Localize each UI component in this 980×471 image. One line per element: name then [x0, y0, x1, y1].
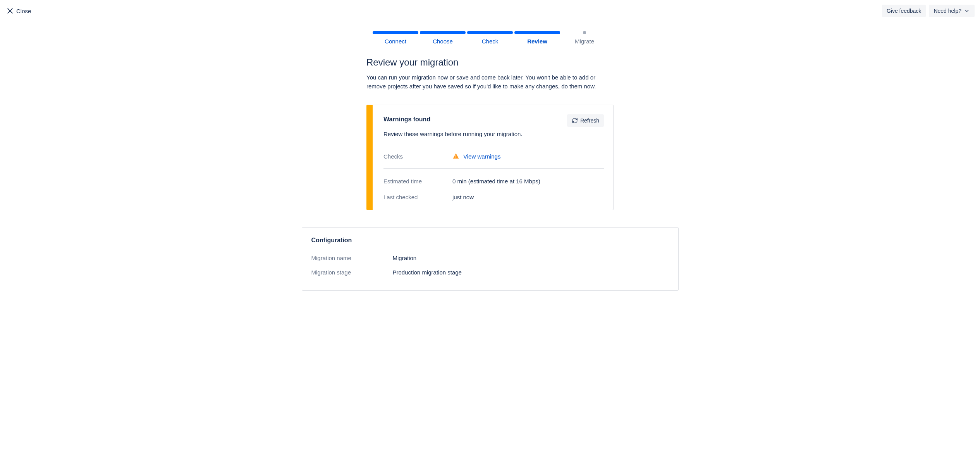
estimated-time-row: Estimated time 0 min (estimated time at …: [383, 173, 604, 189]
config-value: Production migration stage: [393, 269, 462, 276]
warning-icon: [452, 153, 459, 160]
page-title: Review your migration: [366, 57, 614, 68]
configuration-title: Configuration: [311, 237, 669, 244]
config-row-migration-name: Migration name Migration: [311, 252, 669, 267]
config-label: Migration name: [311, 255, 393, 261]
view-warnings-link[interactable]: View warnings: [452, 153, 500, 160]
topbar: Close Give feedback Need help?: [0, 0, 980, 22]
step-label: Connect: [372, 38, 419, 45]
step-label: Check: [466, 38, 514, 45]
warnings-description: Review these warnings before running you…: [383, 131, 604, 137]
config-label: Migration stage: [311, 269, 393, 276]
step-bar: [467, 31, 513, 34]
close-button[interactable]: Close: [5, 5, 33, 17]
last-checked-value: just now: [452, 194, 474, 200]
step-label: Choose: [419, 38, 466, 45]
config-value: Migration: [393, 255, 417, 261]
topbar-right: Give feedback Need help?: [882, 5, 975, 17]
page-description: You can run your migration now or save a…: [366, 73, 614, 91]
step-label: Review: [514, 38, 561, 45]
estimated-time-label: Estimated time: [383, 178, 452, 185]
step-review[interactable]: Review: [514, 31, 561, 45]
step-dot: [583, 31, 586, 34]
step-bar: [420, 31, 466, 34]
chevron-down-icon: [964, 8, 970, 14]
step-bar: [373, 31, 418, 34]
step-migrate: Migrate: [561, 31, 608, 45]
give-feedback-label: Give feedback: [887, 8, 922, 14]
step-bar: [514, 31, 560, 34]
close-label: Close: [16, 8, 31, 14]
estimated-time-value: 0 min (estimated time at 16 Mbps): [452, 178, 540, 185]
step-check[interactable]: Check: [466, 31, 514, 45]
step-label: Migrate: [561, 38, 608, 45]
step-choose[interactable]: Choose: [419, 31, 466, 45]
checks-label: Checks: [383, 153, 452, 160]
last-checked-row: Last checked just now: [383, 189, 604, 200]
refresh-button[interactable]: Refresh: [567, 114, 604, 127]
refresh-icon: [572, 117, 578, 124]
config-row-migration-stage: Migration stage Production migration sta…: [311, 267, 669, 281]
need-help-button[interactable]: Need help?: [929, 5, 975, 17]
view-warnings-label: View warnings: [463, 153, 500, 160]
refresh-label: Refresh: [580, 117, 599, 124]
step-connect[interactable]: Connect: [372, 31, 419, 45]
last-checked-label: Last checked: [383, 194, 452, 200]
warnings-panel: Warnings found Refresh Review these warn…: [366, 105, 614, 210]
svg-rect-2: [456, 155, 456, 157]
need-help-label: Need help?: [934, 8, 961, 14]
progress-stepper: Connect Choose Check Review Migrate: [372, 31, 608, 45]
give-feedback-button[interactable]: Give feedback: [882, 5, 926, 17]
configuration-panel: Configuration Migration name Migration M…: [302, 227, 679, 291]
warnings-title: Warnings found: [383, 114, 430, 123]
checks-row: Checks View warnings: [383, 148, 604, 169]
svg-rect-3: [456, 157, 456, 158]
close-icon: [6, 7, 14, 15]
